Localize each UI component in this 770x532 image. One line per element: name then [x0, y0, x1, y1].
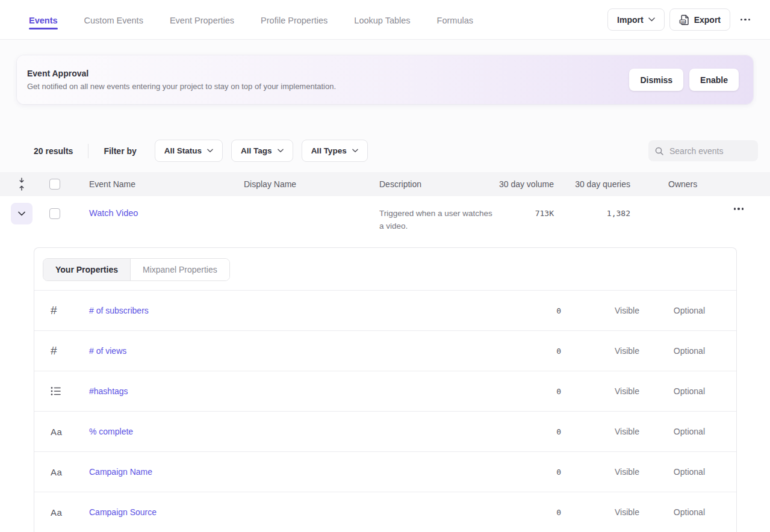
- tags-filter-dropdown[interactable]: All Tags: [231, 140, 293, 162]
- more-options-button[interactable]: [735, 10, 756, 30]
- header-event-name: Event Name: [89, 179, 244, 189]
- property-count: 0: [537, 508, 561, 517]
- tab-custom-events[interactable]: Custom Events: [84, 2, 143, 37]
- property-count: 0: [537, 387, 561, 396]
- csv-file-icon: csv: [679, 14, 689, 25]
- number-type-icon: #: [51, 344, 57, 357]
- list-type-icon: [51, 386, 66, 396]
- types-filter-label: All Types: [311, 146, 347, 155]
- types-filter-dropdown[interactable]: All Types: [302, 140, 368, 162]
- top-navigation: Events Custom Events Event Properties Pr…: [0, 0, 770, 40]
- property-row: Aa Campaign Source 0 Visible Optional: [34, 492, 736, 532]
- chevron-down-icon: [352, 149, 358, 153]
- text-type-icon: Aa: [51, 467, 62, 477]
- tab-your-properties[interactable]: Your Properties: [43, 259, 131, 280]
- import-button-label: Import: [617, 15, 644, 25]
- property-row: #hashtags 0 Visible Optional: [34, 371, 736, 412]
- property-count: 0: [537, 306, 561, 315]
- tab-lookup-tables[interactable]: Lookup Tables: [354, 2, 410, 37]
- tab-event-properties[interactable]: Event Properties: [170, 2, 234, 37]
- properties-segmented-control: Your Properties Mixpanel Properties: [43, 258, 230, 281]
- table-header-row: Event Name Display Name Description 30 d…: [0, 172, 770, 196]
- nav-tabs: Events Custom Events Event Properties Pr…: [29, 2, 607, 37]
- tab-profile-properties[interactable]: Profile Properties: [261, 2, 328, 37]
- collapse-row-button[interactable]: [11, 203, 33, 224]
- property-name-link[interactable]: % complete: [89, 427, 537, 436]
- event-description: Triggered when a user watches a video.: [379, 207, 494, 232]
- event-row-watch-video: Watch Video Triggered when a user watche…: [0, 196, 770, 240]
- row-more-options-button[interactable]: [734, 208, 744, 210]
- property-visibility: Visible: [561, 386, 639, 396]
- search-icon: [654, 146, 664, 156]
- property-name-link[interactable]: Campaign Name: [89, 467, 537, 477]
- property-name-link[interactable]: # of subscribers: [89, 306, 537, 315]
- property-count: 0: [537, 427, 561, 436]
- property-count: 0: [537, 468, 561, 477]
- property-requirement: Optional: [639, 306, 705, 315]
- property-requirement: Optional: [639, 467, 705, 477]
- search-events-box[interactable]: [648, 140, 758, 161]
- status-filter-dropdown[interactable]: All Status: [155, 140, 223, 162]
- nav-actions: Import csv Export: [607, 8, 756, 31]
- tab-formulas[interactable]: Formulas: [437, 2, 473, 37]
- property-row: Aa Campaign Name 0 Visible Optional: [34, 452, 736, 492]
- status-filter-label: All Status: [164, 146, 202, 155]
- select-all-checkbox[interactable]: [49, 179, 60, 190]
- property-count: 0: [537, 347, 561, 356]
- number-type-icon: #: [51, 304, 57, 317]
- header-display-name: Display Name: [244, 179, 379, 189]
- enable-button[interactable]: Enable: [689, 69, 739, 91]
- event-30-day-volume: 713K: [494, 209, 554, 218]
- chevron-down-icon: [278, 149, 284, 153]
- property-requirement: Optional: [639, 346, 705, 356]
- tab-events[interactable]: Events: [29, 2, 58, 37]
- text-type-icon: Aa: [51, 507, 62, 518]
- more-horizontal-icon: [741, 19, 751, 21]
- property-visibility: Visible: [561, 306, 639, 315]
- property-requirement: Optional: [639, 507, 705, 517]
- search-events-input[interactable]: [669, 146, 752, 156]
- property-row: # # of views 0 Visible Optional: [34, 331, 736, 371]
- chevron-down-icon: [648, 17, 655, 22]
- chevron-down-icon: [18, 211, 25, 216]
- export-button[interactable]: csv Export: [669, 8, 730, 31]
- import-button[interactable]: Import: [607, 8, 665, 31]
- event-30-day-queries: 1,382: [554, 209, 630, 218]
- property-requirement: Optional: [639, 386, 705, 396]
- filter-bar: 20 results Filter by All Status All Tags…: [34, 140, 758, 162]
- divider: [88, 144, 88, 158]
- property-visibility: Visible: [561, 507, 639, 517]
- header-owners: Owners: [630, 179, 715, 189]
- property-name-link[interactable]: # of views: [89, 346, 537, 356]
- banner-title: Event Approval: [27, 69, 629, 78]
- text-type-icon: Aa: [51, 427, 62, 437]
- row-checkbox[interactable]: [49, 208, 60, 219]
- event-name-link[interactable]: Watch Video: [89, 208, 138, 218]
- event-approval-banner: Event Approval Get notified on all new e…: [17, 55, 753, 104]
- property-row: Aa % complete 0 Visible Optional: [34, 412, 736, 452]
- header-30-day-volume: 30 day volume: [494, 179, 554, 189]
- banner-text: Event Approval Get notified on all new e…: [27, 69, 629, 91]
- property-row: # # of subscribers 0 Visible Optional: [34, 291, 736, 331]
- export-button-label: Export: [694, 15, 721, 25]
- header-description: Description: [379, 179, 494, 189]
- property-visibility: Visible: [561, 427, 639, 436]
- properties-panel: Your Properties Mixpanel Properties # # …: [34, 247, 737, 532]
- banner-actions: Dismiss Enable: [629, 69, 739, 91]
- property-visibility: Visible: [561, 467, 639, 477]
- svg-text:csv: csv: [680, 20, 685, 23]
- property-name-link[interactable]: #hashtags: [89, 386, 537, 396]
- tab-mixpanel-properties[interactable]: Mixpanel Properties: [131, 259, 229, 280]
- property-visibility: Visible: [561, 346, 639, 356]
- results-count: 20 results: [34, 146, 73, 156]
- property-name-link[interactable]: Campaign Source: [89, 507, 537, 517]
- properties-tab-bar: Your Properties Mixpanel Properties: [34, 248, 736, 291]
- collapse-vertical-icon[interactable]: [18, 178, 25, 191]
- banner-subtitle: Get notified on all new events entering …: [27, 82, 629, 91]
- tags-filter-label: All Tags: [241, 146, 272, 155]
- header-30-day-queries: 30 day queries: [554, 179, 630, 189]
- property-requirement: Optional: [639, 427, 705, 436]
- events-table: Event Name Display Name Description 30 d…: [0, 172, 770, 532]
- dismiss-button[interactable]: Dismiss: [629, 69, 683, 91]
- filter-by-label: Filter by: [104, 146, 136, 156]
